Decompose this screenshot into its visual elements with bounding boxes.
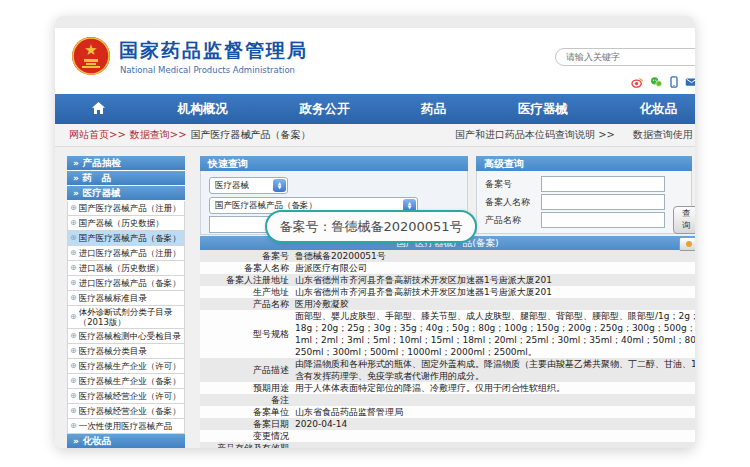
- sidebar-item-label: 医疗器械检测中心受检目录: [79, 331, 181, 341]
- circle-plus-icon: ⊕: [70, 263, 77, 273]
- sidebar-section-header[interactable]: »药 品: [67, 171, 185, 186]
- circle-plus-icon: ⊕: [70, 278, 77, 288]
- row-label: 预期用途: [200, 382, 295, 394]
- advanced-query-row: 产品名称查询: [477, 211, 691, 229]
- row-value-line: 唐派医疗有限公司: [295, 262, 695, 274]
- weibo-icon[interactable]: [631, 76, 644, 88]
- sidebar-item-label: 进口医疗器械产品（注册）: [79, 248, 181, 258]
- mail-icon[interactable]: [685, 76, 695, 88]
- row-label: 型号规格: [200, 310, 295, 358]
- advanced-search-button[interactable]: 查询: [673, 206, 695, 234]
- sidebar-section-label: 医疗器械: [83, 187, 121, 200]
- main-content: »产品抽检»药 品»医疗器械⊕国产医疗器械产品（注册）⊕国产器械（历史数据）⊕国…: [55, 147, 695, 448]
- row-value: 唐派医疗有限公司: [295, 262, 695, 274]
- sidebar-item-label: 体外诊断试剂分类子目录（2013版）: [79, 307, 183, 327]
- row-value-line: 山东省德州市齐河县齐鲁高新技术开发区加速器1号唐派大厦201: [295, 274, 695, 286]
- chevron-right-icon: »: [73, 436, 79, 446]
- breadcrumb-right-links: 国产和进口药品本位码查询说明 >> 数据查询使用: [455, 124, 693, 146]
- row-value-line: [295, 394, 695, 406]
- table-row: 产品存储及有效期: [200, 442, 695, 448]
- sidebar-item-label: 医疗器械经营企业（许可）: [79, 391, 181, 401]
- table-row: 变更情况: [200, 430, 695, 442]
- query-usage-link[interactable]: 数据查询使用: [633, 128, 693, 142]
- sidebar-section-header[interactable]: »医疗器械: [67, 186, 185, 201]
- sidebar-item-label: 进口器械（历史数据）: [79, 263, 164, 273]
- table-row: 备案人注册地址山东省德州市齐河县齐鲁高新技术开发区加速器1号唐派大厦201: [200, 274, 695, 286]
- national-emblem-logo: ★: [71, 36, 111, 76]
- advanced-product-name-input[interactable]: [541, 212, 665, 228]
- sidebar-item-label: 国产器械（历史数据）: [79, 218, 164, 228]
- detail-table: 国产医疗器械产品(备案) 备案号鲁德械备20200051号备案人名称唐派医疗有限…: [200, 236, 695, 448]
- select-arrows-icon: ▲▼: [273, 179, 286, 192]
- row-value: [295, 394, 695, 406]
- sidebar-item[interactable]: ⊕医疗器械检测中心受检目录: [67, 329, 185, 344]
- category-select[interactable]: 医疗器械 ▲▼: [209, 177, 288, 194]
- sidebar-section-label: 产品抽检: [83, 157, 121, 170]
- row-value: 山东省德州市齐河县齐鲁高新技术开发区加速器1号唐派大厦201: [295, 274, 695, 286]
- social-icons: [631, 76, 695, 88]
- table-row: 备案号鲁德械备20200051号: [200, 250, 695, 262]
- circle-plus-icon: ⊕: [70, 421, 77, 431]
- circle-plus-icon: ⊕: [70, 406, 77, 416]
- sidebar-item[interactable]: ⊕医疗器械经营企业（备案）: [67, 404, 185, 419]
- sidebar-item[interactable]: ⊕医疗器械经营企业（许可）: [67, 389, 185, 404]
- sidebar-item[interactable]: ⊕医疗器械分类目录: [67, 344, 185, 359]
- nav-item[interactable]: 政务公开: [299, 101, 349, 118]
- sidebar-item[interactable]: ⊕医疗器械生产企业（备案）: [67, 374, 185, 389]
- sidebar-section-header[interactable]: »产品抽检: [67, 156, 185, 171]
- row-label: 备案号: [200, 250, 295, 262]
- nav-item-home[interactable]: [91, 101, 106, 118]
- mobile-icon[interactable]: [669, 76, 679, 88]
- sidebar-item[interactable]: ⊕国产医疗器械产品（备案）: [67, 231, 185, 246]
- nav-item[interactable]: 机构概况: [178, 101, 228, 118]
- advanced-query-panel: 高级查询 备案号备案人名称产品名称查询: [476, 156, 692, 234]
- table-row: 产品描述由降温物质和各种形式的瓶体、固定外盖构成。降温物质（主要由羧基乙烯共聚物…: [200, 358, 695, 382]
- row-value: [295, 442, 695, 448]
- advanced-registrant-name-input[interactable]: [541, 194, 665, 210]
- table-row: 备案单位山东省食品药品监督管理局: [200, 406, 695, 418]
- search-input[interactable]: [555, 48, 695, 66]
- advanced-query-body: 备案号备案人名称产品名称查询: [476, 171, 692, 234]
- circle-plus-icon: ⊕: [70, 376, 77, 386]
- sidebar-item[interactable]: ⊕体外诊断试剂分类子目录（2013版）: [67, 306, 185, 329]
- sidebar-item[interactable]: ⊕医疗器械标准目录: [67, 291, 185, 306]
- home-icon: [91, 101, 106, 115]
- sidebar-item[interactable]: ⊕国产医疗器械产品（注册）: [67, 201, 185, 216]
- circle-plus-icon: ⊕: [70, 293, 77, 303]
- field-label: 备案号: [485, 178, 541, 191]
- row-label: 变更情况: [200, 430, 295, 442]
- advanced-query-row: 备案号: [477, 175, 691, 193]
- main-nav: 机构概况政务公开药品医疗器械化妆品: [55, 94, 695, 124]
- table-row: 产品名称医用冷敷凝胶: [200, 298, 695, 310]
- sidebar-item[interactable]: ⊕一次性使用医疗器械产品: [67, 419, 185, 434]
- circle-plus-icon: ⊕: [70, 312, 77, 322]
- sidebar-item[interactable]: ⊕国产器械（历史数据）: [67, 216, 185, 231]
- nav-item[interactable]: 化妆品: [639, 101, 677, 118]
- circle-plus-icon: ⊕: [70, 391, 77, 401]
- top-strip: [55, 16, 695, 28]
- circle-plus-icon: ⊕: [70, 248, 77, 258]
- table-header-action-button[interactable]: [679, 237, 695, 251]
- breadcrumb-link[interactable]: 网站首页>>: [69, 128, 126, 142]
- svg-text:★: ★: [84, 41, 97, 59]
- wechat-icon[interactable]: [650, 76, 663, 88]
- sidebar-item[interactable]: ⊕进口器械（历史数据）: [67, 261, 185, 276]
- advanced-query-title: 高级查询: [476, 156, 692, 171]
- sidebar-section-header[interactable]: »化妆品: [67, 434, 185, 448]
- nav-item[interactable]: 药品: [421, 101, 446, 118]
- breadcrumb-link[interactable]: 数据查询>>: [130, 128, 187, 142]
- detail-rows: 备案号鲁德械备20200051号备案人名称唐派医疗有限公司备案人注册地址山东省德…: [200, 250, 695, 448]
- sidebar-item[interactable]: ⊕进口医疗器械产品（注册）: [67, 246, 185, 261]
- drug-code-help-link[interactable]: 国产和进口药品本位码查询说明 >>: [455, 128, 615, 142]
- sidebar-item[interactable]: ⊕医疗器械生产企业（许可）: [67, 359, 185, 374]
- row-value: 面部型、婴儿皮肤型、手部型、膝关节型、成人皮肤型、腿部型、背部型、腰部型、眼部型…: [295, 310, 695, 358]
- row-value: 医用冷敷凝胶: [295, 298, 695, 310]
- chevron-right-icon: »: [73, 188, 79, 198]
- advanced-record-no-input[interactable]: [541, 176, 665, 192]
- sidebar-item-label: 医疗器械分类目录: [79, 346, 147, 356]
- sidebar-item[interactable]: ⊕进口医疗器械产品（备案）: [67, 276, 185, 291]
- table-row: 型号规格面部型、婴儿皮肤型、手部型、膝关节型、成人皮肤型、腿部型、背部型、腰部型…: [200, 310, 695, 358]
- nav-item[interactable]: 医疗器械: [518, 101, 568, 118]
- table-row: 备案日期2020-04-14: [200, 418, 695, 430]
- category-select-value: 医疗器械: [215, 180, 249, 192]
